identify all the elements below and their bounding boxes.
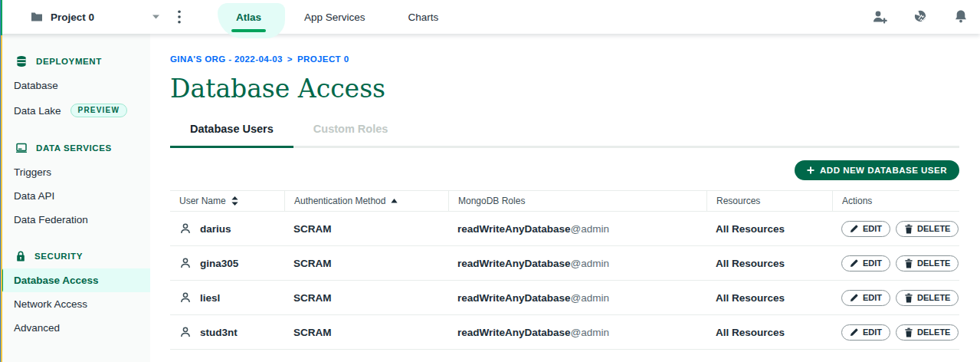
laptop-icon — [15, 142, 28, 154]
sidebar-item-network-access[interactable]: Network Access — [0, 292, 150, 316]
tab-charts-label: Charts — [408, 12, 439, 23]
breadcrumb-separator: > — [287, 54, 293, 64]
plus-icon — [807, 166, 814, 174]
mongodb-roles-cell: readWriteAnyDatabase@admin — [448, 292, 706, 304]
trash-icon — [904, 258, 913, 268]
activity-feed-icon[interactable] — [913, 9, 929, 25]
topnav-right-icons — [872, 9, 968, 25]
username: liesl — [200, 292, 220, 304]
sidebar-item-label: Data Lake — [14, 105, 61, 117]
person-icon — [179, 291, 192, 304]
sidebar-item-label: Triggers — [14, 166, 51, 178]
column-label: Authentication Method — [294, 196, 385, 206]
pencil-icon — [850, 258, 859, 268]
sidebar-item-advanced[interactable]: Advanced — [0, 316, 150, 340]
username: gina305 — [200, 258, 238, 269]
edit-button[interactable]: EDIT — [841, 221, 890, 237]
pencil-icon — [850, 293, 859, 302]
tab-custom-roles[interactable]: Custom Roles — [293, 123, 408, 146]
column-header-mongodb-roles[interactable]: MongoDB Roles — [448, 191, 706, 211]
sidebar-item-label: Data Federation — [14, 214, 88, 225]
sidebar-item-data-api[interactable]: Data API — [0, 184, 150, 208]
tab-database-users[interactable]: Database Users — [170, 123, 293, 148]
tab-app-services[interactable]: App Services — [283, 0, 387, 34]
sidebar-item-data-lake[interactable]: Data Lake PREVIEW — [0, 97, 150, 123]
role-name: readWriteAnyDatabase — [457, 327, 571, 338]
page-title: Database Access — [170, 74, 980, 104]
role-scope: @admin — [571, 327, 609, 338]
actions-cell: EDIT DELETE — [832, 255, 959, 272]
database-users-table: User Name Authentication Method MongoDB … — [170, 190, 959, 350]
role-name: readWriteAnyDatabase — [457, 258, 571, 269]
folder-icon — [31, 12, 43, 22]
edit-button[interactable]: EDIT — [841, 290, 890, 306]
add-new-database-user-button[interactable]: ADD NEW DATABASE USER — [795, 160, 959, 180]
breadcrumb-project-link[interactable]: PROJECT 0 — [297, 54, 349, 64]
project-switcher[interactable]: Project 0 — [31, 12, 159, 23]
sidebar: DEPLOYMENT Database Data Lake PREVIEW — [0, 34, 150, 362]
sidebar-item-data-federation[interactable]: Data Federation — [0, 208, 150, 232]
sidebar-item-database-access[interactable]: Database Access — [0, 268, 150, 292]
auth-method-cell: SCRAM — [284, 292, 448, 304]
edit-label: EDIT — [863, 258, 882, 268]
sidebar-section-data-services: DATA SERVICES Triggers Data API Data Fed… — [0, 136, 150, 232]
sidebar-item-database[interactable]: Database — [0, 74, 150, 97]
username: stud3nt — [200, 327, 238, 338]
sidebar-item-label: Advanced — [14, 322, 60, 334]
role-scope: @admin — [571, 258, 609, 269]
person-icon — [179, 257, 192, 269]
actions-cell: EDIT DELETE — [832, 324, 959, 341]
preview-badge: PREVIEW — [70, 104, 128, 117]
tab-charts[interactable]: Charts — [387, 0, 461, 34]
column-label: Actions — [842, 196, 872, 206]
delete-button[interactable]: DELETE — [896, 221, 959, 237]
sidebar-header-label: DATA SERVICES — [36, 143, 112, 153]
table-row: gina305 SCRAM readWriteAnyDatabase@admin… — [170, 246, 959, 281]
breadcrumb-org-link[interactable]: GINA'S ORG - 2022-04-03 — [170, 54, 283, 64]
sidebar-header-label: DEPLOYMENT — [36, 57, 102, 66]
edit-button[interactable]: EDIT — [841, 255, 890, 272]
alerts-icon[interactable] — [954, 9, 968, 25]
sort-both-icon — [231, 196, 238, 206]
resources-cell: All Resources — [706, 223, 832, 235]
table-row: stud3nt SCRAM readWriteAnyDatabase@admin… — [170, 315, 959, 350]
mongodb-roles-cell: readWriteAnyDatabase@admin — [448, 223, 706, 235]
breadcrumb: GINA'S ORG - 2022-04-03 > PROJECT 0 — [170, 54, 980, 64]
mongodb-roles-cell: readWriteAnyDatabase@admin — [448, 327, 706, 338]
invite-user-icon[interactable] — [872, 9, 888, 25]
delete-label: DELETE — [917, 327, 950, 337]
sidebar-section-deployment: DEPLOYMENT Database Data Lake PREVIEW — [0, 49, 150, 123]
chevron-down-icon[interactable] — [152, 15, 159, 19]
tab-app-services-label: App Services — [304, 12, 365, 23]
sort-asc-icon — [391, 199, 398, 203]
kebab-menu-icon — [178, 10, 181, 24]
edit-button[interactable]: EDIT — [841, 324, 890, 341]
screenshot-edge-yellow — [1, 35, 2, 362]
delete-button[interactable]: DELETE — [896, 255, 959, 272]
user-name-cell: liesl — [170, 291, 284, 304]
tab-atlas[interactable]: Atlas — [215, 0, 283, 34]
table-row: liesl SCRAM readWriteAnyDatabase@admin A… — [170, 281, 959, 315]
delete-label: DELETE — [917, 258, 950, 268]
project-menu-button[interactable] — [173, 7, 185, 27]
column-header-user-name[interactable]: User Name — [170, 191, 284, 211]
trash-icon — [904, 293, 913, 303]
sidebar-item-label: Network Access — [14, 298, 87, 310]
delete-button[interactable]: DELETE — [896, 324, 959, 341]
mongodb-roles-cell: readWriteAnyDatabase@admin — [448, 258, 706, 269]
delete-label: DELETE — [917, 224, 950, 233]
content-tabs: Database Users Custom Roles — [170, 123, 959, 148]
column-label: User Name — [179, 196, 226, 206]
column-header-auth-method[interactable]: Authentication Method — [284, 191, 448, 211]
resources-cell: All Resources — [706, 258, 832, 269]
person-icon — [179, 222, 192, 235]
toolbar: ADD NEW DATABASE USER — [170, 160, 959, 180]
column-label: MongoDB Roles — [458, 196, 525, 206]
role-scope: @admin — [571, 292, 609, 304]
edit-label: EDIT — [863, 327, 882, 337]
auth-method-cell: SCRAM — [284, 327, 448, 338]
column-header-resources[interactable]: Resources — [706, 191, 832, 211]
delete-button[interactable]: DELETE — [896, 290, 959, 306]
sidebar-item-triggers[interactable]: Triggers — [0, 160, 150, 184]
auth-method-cell: SCRAM — [284, 223, 448, 235]
